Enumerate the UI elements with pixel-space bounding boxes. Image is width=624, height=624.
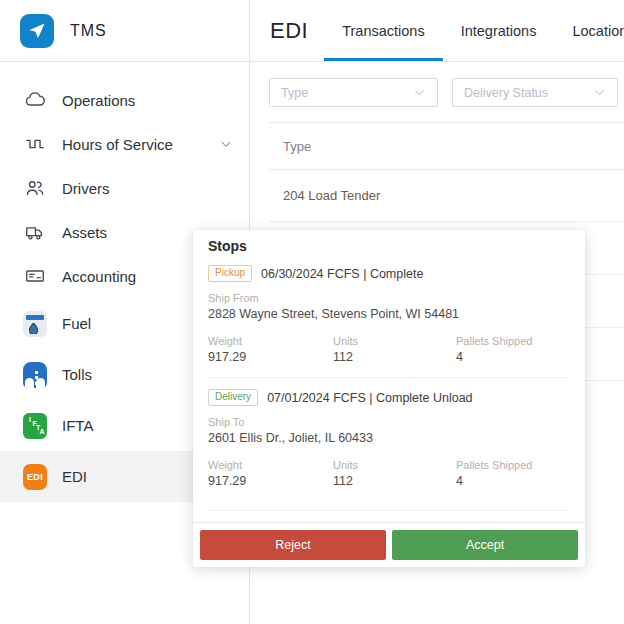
sidebar-item-label: Tolls [62, 366, 92, 383]
stop-stats: Weight 917.29 Units 112 Pallets Shipped … [208, 459, 570, 488]
pickup-badge: Pickup [208, 265, 252, 282]
page-title: EDI [270, 0, 308, 61]
delivery-status-filter-placeholder: Delivery Status [464, 86, 593, 100]
tab-integrations[interactable]: Integrations [443, 0, 555, 61]
tab-transactions[interactable]: Transactions [324, 0, 442, 61]
sidebar-item-label: Fuel [62, 315, 91, 332]
delivery-badge: Delivery [208, 389, 258, 406]
type-filter-select[interactable]: Type [269, 78, 438, 107]
ship-from-address: 2828 Wayne Street, Stevens Point, WI 544… [208, 307, 570, 321]
popup-footer: Reject Accept [193, 522, 585, 567]
tab-locations[interactable]: Locations [554, 0, 624, 61]
weight-value: 917.29 [208, 474, 333, 488]
divider [208, 377, 570, 378]
units-label: Units [333, 335, 456, 347]
divider [208, 510, 570, 511]
delivery-status-filter-select[interactable]: Delivery Status [452, 78, 618, 107]
type-filter-placeholder: Type [281, 86, 413, 100]
weight-label: Weight [208, 335, 333, 347]
tab-label: Locations [572, 23, 624, 39]
filter-bar: Type Delivery Status [250, 62, 624, 107]
pallets-shipped-label: Pallets Shipped [456, 459, 570, 471]
sidebar-item-operations[interactable]: Operations [0, 78, 249, 122]
stop-header: Delivery 07/01/2024 FCFS | Complete Unlo… [208, 389, 570, 406]
sidebar-item-label: Accounting [62, 268, 136, 285]
weight-label: Weight [208, 459, 333, 471]
sidebar-item-label: Assets [62, 224, 107, 241]
units-value: 112 [333, 474, 456, 488]
ship-to-address: 2601 Ellis Dr., Joliet, IL 60433 [208, 431, 570, 445]
pallets-shipped-value: 4 [456, 474, 570, 488]
stops-popup: Stops Pickup 06/30/2024 FCFS | Complete … [193, 230, 585, 567]
pallets-shipped-label: Pallets Shipped [456, 335, 570, 347]
sidebar-item-label: EDI [62, 468, 87, 485]
app-title: TMS [70, 22, 107, 40]
accept-button[interactable]: Accept [392, 530, 578, 560]
tab-bar: Transactions Integrations Locations [324, 0, 624, 61]
tab-label: Integrations [461, 23, 537, 39]
page-header: EDI Transactions Integrations Locations [250, 0, 624, 62]
popup-title: Stops [208, 238, 570, 254]
app-logo: TMS [0, 0, 249, 62]
units-label: Units [333, 459, 456, 471]
sidebar-item-drivers[interactable]: Drivers [0, 166, 249, 210]
column-header-type: Type [283, 139, 311, 154]
reject-button[interactable]: Reject [200, 530, 386, 560]
sidebar-item-label: Hours of Service [62, 136, 173, 153]
people-icon [23, 176, 47, 200]
row-type-cell: 204 Load Tender [283, 188, 380, 203]
table-header: Type [269, 122, 624, 170]
ship-from-label: Ship From [208, 292, 570, 304]
weight-value: 917.29 [208, 350, 333, 364]
waveform-icon [23, 132, 47, 156]
edi-icon: EDI [23, 465, 47, 489]
sidebar-item-label: Drivers [62, 180, 110, 197]
chevron-down-icon [593, 86, 606, 99]
stop-header: Pickup 06/30/2024 FCFS | Complete [208, 265, 570, 282]
tms-logo-icon [20, 14, 54, 48]
chevron-down-icon[interactable] [219, 137, 233, 151]
fuel-icon [23, 312, 47, 336]
invoice-icon [23, 264, 47, 288]
tab-label: Transactions [342, 23, 424, 39]
stop-schedule: 06/30/2024 FCFS | Complete [261, 267, 423, 281]
table-row[interactable]: 204 Load Tender [269, 170, 624, 222]
truck-icon [23, 220, 47, 244]
stop-schedule: 07/01/2024 FCFS | Complete Unload [267, 391, 472, 405]
chevron-down-icon [413, 86, 426, 99]
ifta-icon: I F T A [23, 414, 47, 438]
tolls-bridge-icon [23, 363, 47, 387]
sidebar-item-hours-of-service[interactable]: Hours of Service [0, 122, 249, 166]
sidebar-item-label: IFTA [62, 417, 93, 434]
units-value: 112 [333, 350, 456, 364]
cloud-icon [23, 88, 47, 112]
sidebar-item-label: Operations [62, 92, 135, 109]
ship-to-label: Ship To [208, 416, 570, 428]
pallets-shipped-value: 4 [456, 350, 570, 364]
stop-stats: Weight 917.29 Units 112 Pallets Shipped … [208, 335, 570, 364]
